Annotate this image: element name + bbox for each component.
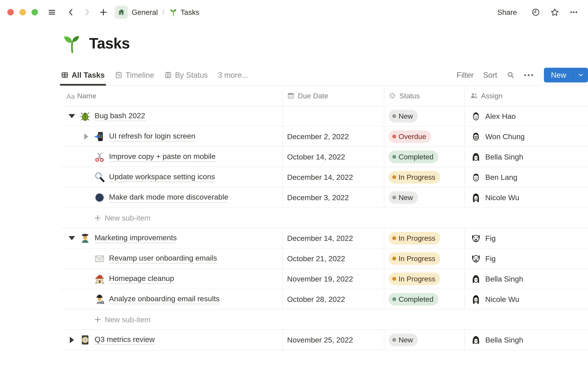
task-name-cell[interactable]: Homepage cleanup bbox=[61, 269, 283, 289]
task-name-link[interactable]: Q3 metrics review bbox=[95, 335, 155, 345]
hamburger-icon[interactable] bbox=[48, 8, 56, 16]
status-badge[interactable]: Completed bbox=[389, 293, 438, 306]
task-name-cell[interactable]: Improve copy + paste on mobile bbox=[61, 147, 283, 167]
task-name-link[interactable]: Improve copy + paste on mobile bbox=[109, 152, 216, 162]
text-icon: Aa bbox=[67, 92, 74, 100]
sort-button[interactable]: Sort bbox=[483, 71, 497, 80]
column-header-due-date[interactable]: Due Date bbox=[283, 86, 384, 106]
task-emoji-icon bbox=[94, 171, 105, 183]
task-status-cell[interactable]: Completed bbox=[384, 147, 465, 167]
task-assign-cell[interactable]: Bella Singh bbox=[465, 330, 588, 350]
status-badge[interactable]: New bbox=[389, 334, 418, 346]
task-status-cell[interactable]: In Progress bbox=[384, 167, 465, 187]
row-toggle[interactable] bbox=[67, 236, 77, 240]
new-sub-item-row[interactable]: New sub-item bbox=[61, 309, 588, 330]
task-status-cell[interactable]: New bbox=[384, 106, 465, 126]
task-due-date-cell[interactable]: December 3, 2022 bbox=[283, 187, 384, 208]
task-name-link[interactable]: Analyze onboarding email results bbox=[109, 294, 220, 304]
row-toggle[interactable] bbox=[67, 114, 77, 118]
task-name-link[interactable]: UI refresh for login screen bbox=[109, 132, 195, 142]
task-name-cell[interactable]: Q3 metrics review bbox=[61, 330, 283, 350]
task-status-cell[interactable]: In Progress bbox=[384, 249, 465, 269]
traffic-light-zoom[interactable] bbox=[32, 9, 38, 16]
task-name-link[interactable]: Bug bash 2022 bbox=[95, 111, 145, 121]
breadcrumb-page-label[interactable]: Tasks bbox=[181, 8, 199, 17]
task-name-link[interactable]: Homepage cleanup bbox=[109, 274, 174, 284]
task-name-link[interactable]: Make dark mode more discoverable bbox=[109, 193, 228, 202]
tab-all-tasks[interactable]: All Tasks bbox=[61, 65, 105, 85]
tab-more-views[interactable]: 3 more... bbox=[218, 65, 248, 85]
column-header-status[interactable]: Status bbox=[384, 86, 465, 106]
star-icon[interactable] bbox=[550, 8, 559, 17]
task-assign-cell[interactable]: Bella Singh bbox=[465, 269, 588, 289]
task-due-date-cell[interactable]: December 2, 2022 bbox=[283, 126, 384, 147]
status-badge[interactable]: In Progress bbox=[389, 171, 440, 184]
back-icon[interactable] bbox=[67, 8, 75, 16]
status-badge[interactable]: Completed bbox=[389, 151, 438, 163]
new-button-caret[interactable] bbox=[574, 68, 588, 83]
row-toggle[interactable] bbox=[81, 133, 92, 140]
task-status-cell[interactable]: In Progress bbox=[384, 228, 465, 249]
status-badge[interactable]: In Progress bbox=[389, 252, 440, 265]
task-name-cell[interactable]: Update workspace setting icons bbox=[61, 167, 283, 187]
task-name-cell[interactable]: Analyze onboarding email results bbox=[61, 289, 283, 309]
new-button[interactable]: New bbox=[544, 68, 588, 83]
task-name-cell[interactable]: Revamp user onboarding emails bbox=[61, 249, 283, 269]
search-icon[interactable] bbox=[507, 71, 515, 79]
task-assign-cell[interactable]: Nicole Wu bbox=[465, 289, 588, 309]
task-name-cell[interactable]: Bug bash 2022 bbox=[61, 106, 283, 126]
view-options-icon[interactable] bbox=[524, 74, 533, 76]
task-due-date-cell[interactable]: November 19, 2022 bbox=[283, 269, 384, 289]
clock-icon[interactable] bbox=[531, 8, 540, 17]
new-sub-item-button[interactable]: New sub-item bbox=[61, 309, 283, 330]
task-due-date-cell[interactable]: December 14, 2022 bbox=[283, 167, 384, 187]
task-name-cell[interactable]: Marketing improvements bbox=[61, 228, 283, 249]
status-badge[interactable]: New bbox=[389, 191, 418, 204]
task-due-date-cell[interactable]: October 14, 2022 bbox=[283, 147, 384, 167]
breadcrumb-space-chip[interactable] bbox=[115, 6, 128, 19]
task-assign-cell[interactable]: Alex Hao bbox=[465, 106, 588, 126]
tab-timeline[interactable]: Timeline bbox=[115, 65, 154, 85]
status-badge[interactable]: Overdue bbox=[389, 130, 431, 143]
column-header-assign[interactable]: Assign bbox=[465, 86, 588, 106]
task-name-link[interactable]: Update workspace setting icons bbox=[109, 172, 215, 182]
task-due-date-cell[interactable]: October 21, 2022 bbox=[283, 249, 384, 269]
page-seedling-icon[interactable] bbox=[61, 33, 83, 54]
column-header-name[interactable]: Aa Name bbox=[61, 86, 283, 106]
task-assign-cell[interactable]: Won Chung bbox=[465, 126, 588, 147]
task-assign-cell[interactable]: Nicole Wu bbox=[465, 187, 588, 208]
share-button[interactable]: Share bbox=[497, 8, 517, 17]
page-title[interactable]: Tasks bbox=[89, 35, 130, 52]
task-assign-cell[interactable]: Fig bbox=[465, 249, 588, 269]
new-sub-item-row[interactable]: New sub-item bbox=[61, 208, 588, 228]
status-badge[interactable]: New bbox=[389, 110, 418, 123]
task-name-link[interactable]: Marketing improvements bbox=[95, 233, 177, 243]
tab-by-status[interactable]: By Status bbox=[164, 65, 208, 85]
status-badge[interactable]: In Progress bbox=[389, 232, 440, 244]
task-status-cell[interactable]: New bbox=[384, 187, 465, 208]
more-options-icon[interactable] bbox=[569, 8, 578, 17]
task-assign-cell[interactable]: Ben Lang bbox=[465, 167, 588, 187]
new-page-icon[interactable] bbox=[99, 8, 107, 16]
filter-button[interactable]: Filter bbox=[457, 71, 474, 80]
task-assign-cell[interactable]: Bella Singh bbox=[465, 147, 588, 167]
task-status-cell[interactable]: Overdue bbox=[384, 126, 465, 147]
task-status-cell[interactable]: Completed bbox=[384, 289, 465, 309]
task-status-cell[interactable]: New bbox=[384, 330, 465, 350]
task-name-cell[interactable]: Make dark mode more discoverable bbox=[61, 187, 283, 208]
new-sub-item-button[interactable]: New sub-item bbox=[61, 208, 283, 228]
traffic-light-minimize[interactable] bbox=[19, 9, 26, 16]
breadcrumb-space-label[interactable]: General bbox=[132, 8, 158, 17]
task-due-date-cell[interactable]: October 28, 2022 bbox=[283, 289, 384, 309]
task-due-date-cell[interactable]: December 14, 2022 bbox=[283, 228, 384, 249]
new-button-label[interactable]: New bbox=[544, 68, 573, 83]
task-name-cell[interactable]: UI refresh for login screen bbox=[61, 126, 283, 147]
task-name-link[interactable]: Revamp user onboarding emails bbox=[109, 254, 217, 263]
task-assign-cell[interactable]: Fig bbox=[465, 228, 588, 249]
row-toggle[interactable] bbox=[67, 337, 77, 343]
status-badge[interactable]: In Progress bbox=[389, 273, 440, 285]
traffic-light-close[interactable] bbox=[7, 9, 14, 16]
task-due-date-cell[interactable] bbox=[283, 106, 384, 126]
task-due-date-cell[interactable]: November 25, 2022 bbox=[283, 330, 384, 350]
task-status-cell[interactable]: In Progress bbox=[384, 269, 465, 289]
